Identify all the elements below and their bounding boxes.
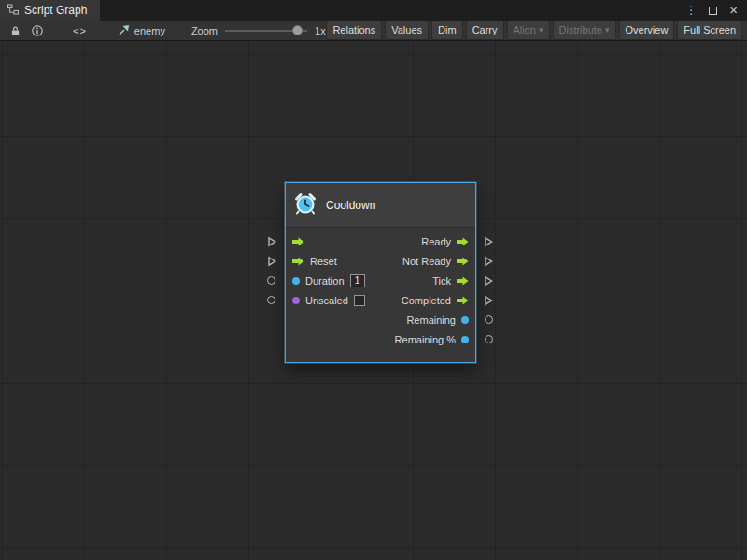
flow-arrow-icon bbox=[292, 237, 304, 246]
duration-input[interactable] bbox=[350, 274, 365, 287]
relations-button[interactable]: Relations bbox=[326, 21, 382, 40]
title-bar: Script Graph ⋮ × bbox=[0, 0, 747, 21]
external-value-input-marker[interactable] bbox=[267, 276, 275, 285]
value-output-port[interactable]: Remaining % bbox=[395, 334, 469, 345]
overview-button[interactable]: Overview bbox=[619, 21, 675, 40]
flow-input-port[interactable] bbox=[292, 237, 310, 246]
external-flow-output-marker[interactable] bbox=[484, 275, 493, 287]
pointer-icon bbox=[119, 24, 130, 37]
chevron-down-icon: ▾ bbox=[605, 24, 610, 36]
external-value-input-marker[interactable] bbox=[267, 296, 275, 304]
value-port-icon bbox=[292, 297, 300, 304]
value-port-icon bbox=[292, 277, 300, 285]
flow-input-port[interactable]: Reset bbox=[292, 256, 337, 267]
node-port-row: Duration Tick bbox=[286, 271, 475, 290]
full-screen-button[interactable]: Full Screen bbox=[677, 21, 742, 40]
flow-arrow-icon bbox=[457, 296, 469, 305]
value-output-port[interactable]: Remaining bbox=[406, 315, 469, 326]
node-port-row: Reset Not Ready bbox=[286, 251, 475, 271]
flow-arrow-icon bbox=[457, 257, 469, 266]
flow-output-port[interactable]: Ready bbox=[421, 236, 469, 247]
unscaled-checkbox[interactable] bbox=[354, 295, 365, 306]
node-port-row: Ready bbox=[286, 231, 475, 251]
tab-script-graph[interactable]: Script Graph bbox=[0, 0, 100, 21]
zoom-slider[interactable] bbox=[225, 21, 307, 40]
zoom-slider-knob[interactable] bbox=[292, 25, 303, 35]
graph-target[interactable]: enemy bbox=[119, 24, 165, 37]
kebab-menu-icon[interactable]: ⋮ bbox=[685, 5, 697, 16]
external-flow-input-marker[interactable] bbox=[267, 256, 276, 267]
close-icon[interactable]: × bbox=[729, 4, 738, 17]
chevron-down-icon: ▾ bbox=[539, 24, 543, 36]
maximize-icon[interactable] bbox=[709, 7, 717, 15]
external-flow-output-marker[interactable] bbox=[484, 256, 493, 267]
script-graph-window: Script Graph ⋮ × <> bbox=[0, 0, 747, 560]
toolbar-buttons: Relations Values Dim Carry Align ▾ Distr… bbox=[326, 21, 743, 40]
script-graph-icon bbox=[7, 4, 19, 18]
align-button: Align ▾ bbox=[507, 21, 550, 40]
carry-button[interactable]: Carry bbox=[466, 21, 504, 40]
flow-arrow-icon bbox=[292, 257, 304, 266]
external-flow-output-marker[interactable] bbox=[484, 295, 493, 306]
external-value-output-marker[interactable] bbox=[485, 335, 493, 343]
info-icon[interactable] bbox=[26, 21, 49, 40]
external-value-output-marker[interactable] bbox=[485, 315, 493, 324]
alarm-clock-icon bbox=[293, 191, 317, 219]
values-button[interactable]: Values bbox=[385, 21, 429, 40]
window-controls: ⋮ × bbox=[685, 4, 747, 17]
zoom-label: Zoom bbox=[191, 25, 218, 36]
node-body: Ready bbox=[286, 228, 475, 362]
graph-target-label: enemy bbox=[134, 25, 165, 36]
node-port-row: Remaining bbox=[286, 310, 475, 329]
value-input-port[interactable]: Duration bbox=[292, 274, 365, 287]
graph-canvas[interactable]: Cooldown Ready bbox=[0, 41, 747, 560]
flow-arrow-icon bbox=[457, 237, 469, 246]
node-port-row: Unscaled Completed bbox=[286, 290, 475, 310]
flow-output-port[interactable]: Completed bbox=[402, 295, 469, 306]
flow-output-port[interactable]: Not Ready bbox=[402, 256, 469, 267]
tab-label: Script Graph bbox=[24, 4, 87, 17]
zoom-control: Zoom 1x bbox=[191, 21, 326, 40]
cooldown-node[interactable]: Cooldown Ready bbox=[285, 182, 476, 363]
distribute-button: Distribute ▾ bbox=[553, 21, 616, 40]
flow-arrow-icon bbox=[457, 276, 469, 286]
graph-toolbar: <> enemy Zoom 1x Relations Values Dim Ca… bbox=[0, 21, 747, 41]
lock-icon[interactable] bbox=[4, 21, 26, 40]
zoom-value: 1x bbox=[315, 25, 326, 36]
node-title: Cooldown bbox=[326, 199, 375, 212]
value-input-port[interactable]: Unscaled bbox=[292, 295, 365, 306]
external-flow-output-marker[interactable] bbox=[484, 236, 493, 247]
node-port-row: Remaining % bbox=[286, 329, 475, 349]
value-port-icon bbox=[461, 336, 469, 343]
node-header[interactable]: Cooldown bbox=[286, 183, 475, 228]
flow-output-port[interactable]: Tick bbox=[432, 275, 469, 287]
value-port-icon bbox=[461, 316, 469, 324]
code-view-icon[interactable]: <> bbox=[73, 25, 87, 36]
dim-button[interactable]: Dim bbox=[431, 21, 463, 40]
external-flow-input-marker[interactable] bbox=[267, 236, 276, 247]
